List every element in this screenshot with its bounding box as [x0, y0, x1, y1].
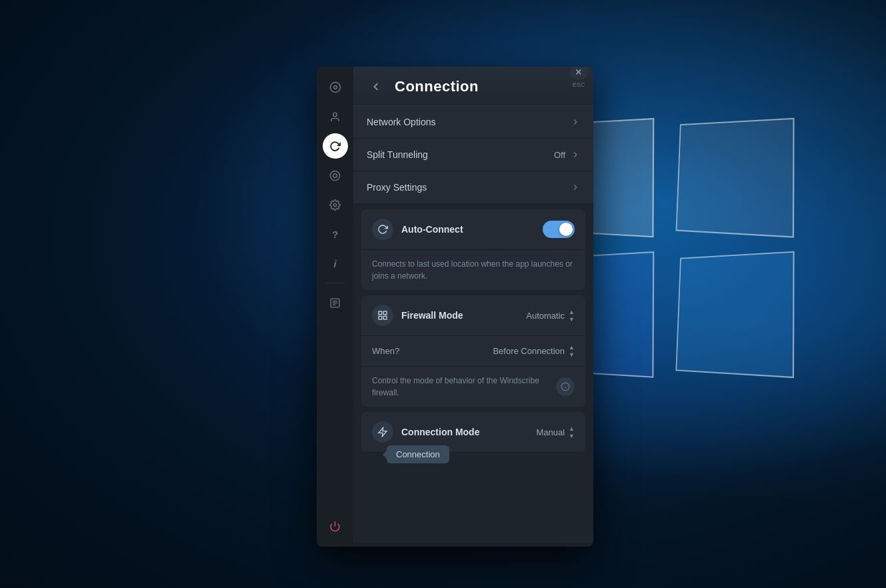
- firewall-mode-title: Firewall Mode: [401, 310, 463, 321]
- toggle-knob: [559, 223, 573, 236]
- svg-rect-13: [379, 316, 382, 319]
- connection-mode-card: Connection Mode Manual ▲ ▼: [361, 412, 585, 453]
- back-button[interactable]: [367, 77, 385, 96]
- auto-connect-description: Connects to last used location when the …: [361, 250, 585, 290]
- auto-connect-toggle[interactable]: [543, 221, 575, 238]
- firewall-arrows-icon: ▲ ▼: [569, 309, 575, 323]
- network-options-row[interactable]: Network Options: [353, 106, 593, 139]
- main-content: Connection ✕ ESC Network Options Split T…: [353, 67, 593, 547]
- auto-connect-title: Auto-Connect: [401, 224, 535, 235]
- sidebar-icon-info[interactable]: i: [323, 251, 348, 276]
- split-tunneling-row[interactable]: Split Tunneling Off: [353, 139, 593, 171]
- sidebar: ? i: [317, 67, 353, 547]
- svg-point-2: [333, 113, 337, 117]
- firewall-description: Control the mode of behavior of the Wind…: [372, 375, 545, 399]
- chevron-right-icon-split: [571, 150, 580, 159]
- firewall-when-row[interactable]: When? Before Connection ▲ ▼: [361, 336, 585, 367]
- firewall-mode-label-group: Firewall Mode: [372, 305, 463, 326]
- firewall-mode-row[interactable]: Firewall Mode Automatic ▲ ▼: [361, 295, 585, 336]
- firewall-info-icon[interactable]: [556, 377, 575, 396]
- network-options-right: [571, 117, 580, 127]
- proxy-settings-right: [571, 183, 580, 192]
- auto-connect-icon: [372, 219, 393, 240]
- firewall-mode-value: Automatic: [526, 311, 565, 321]
- close-button[interactable]: ✕ ESC: [567, 67, 591, 88]
- connection-mode-title: Connection Mode: [401, 427, 479, 437]
- header: Connection ✕ ESC: [353, 67, 593, 106]
- firewall-mode-select[interactable]: Automatic ▲ ▼: [526, 309, 575, 323]
- sidebar-icon-news[interactable]: [323, 290, 348, 315]
- chevron-right-icon-proxy: [571, 183, 580, 192]
- connection-mode-label-group: Connection Mode: [372, 421, 479, 443]
- svg-marker-18: [379, 427, 387, 436]
- svg-rect-14: [383, 316, 387, 319]
- firewall-card: Firewall Mode Automatic ▲ ▼ When? Before…: [361, 295, 585, 407]
- sidebar-icon-settings[interactable]: [323, 192, 348, 217]
- auto-connect-header: Auto-Connect: [361, 209, 585, 250]
- sidebar-icon-help[interactable]: ?: [323, 221, 348, 247]
- svg-point-1: [333, 86, 337, 89]
- auto-connect-card: Auto-Connect Connects to last used locat…: [361, 209, 585, 290]
- sidebar-icon-power[interactable]: [323, 513, 348, 539]
- connection-mode-icon: [372, 421, 393, 443]
- svg-rect-12: [383, 311, 387, 315]
- firewall-when-select[interactable]: Before Connection ▲ ▼: [493, 344, 575, 358]
- page-title: Connection: [395, 78, 479, 95]
- connection-mode-value: Manual: [536, 427, 565, 437]
- proxy-settings-label: Proxy Settings: [367, 182, 427, 193]
- connection-mode-arrows-icon: ▲ ▼: [569, 425, 575, 439]
- close-x-icon: ✕: [569, 67, 588, 80]
- sidebar-divider: [325, 283, 345, 283]
- svg-point-4: [333, 173, 337, 177]
- split-tunneling-right: Off: [554, 150, 580, 160]
- sidebar-icon-connection[interactable]: [323, 133, 348, 159]
- svg-point-3: [330, 171, 339, 180]
- chevron-right-icon: [571, 117, 580, 127]
- svg-point-0: [330, 83, 340, 93]
- firewall-description-row: Control the mode of behavior of the Wind…: [361, 367, 585, 407]
- sidebar-icon-robert[interactable]: [323, 163, 348, 188]
- connection-mode-select[interactable]: Manual ▲ ▼: [536, 425, 575, 439]
- sidebar-icon-locations[interactable]: [323, 75, 348, 100]
- firewall-when-value: Before Connection: [493, 346, 565, 356]
- bottom-scrollbar: [353, 543, 593, 547]
- svg-point-5: [333, 203, 336, 206]
- split-tunneling-value: Off: [554, 150, 565, 160]
- connection-mode-row[interactable]: Connection Mode Manual ▲ ▼: [361, 412, 585, 453]
- app-window: ? i Connection ✕ ESC: [317, 67, 593, 547]
- svg-rect-11: [379, 311, 382, 315]
- firewall-when-arrows-icon: ▲ ▼: [569, 344, 575, 358]
- scroll-area[interactable]: Network Options Split Tunneling Off: [353, 106, 593, 543]
- firewall-icon: [372, 305, 393, 326]
- firewall-when-label: When?: [372, 346, 399, 356]
- sidebar-icon-account[interactable]: [323, 104, 348, 129]
- split-tunneling-label: Split Tunneling: [367, 149, 428, 160]
- esc-label: ESC: [573, 81, 585, 88]
- proxy-settings-row[interactable]: Proxy Settings: [353, 171, 593, 204]
- network-options-label: Network Options: [367, 117, 435, 127]
